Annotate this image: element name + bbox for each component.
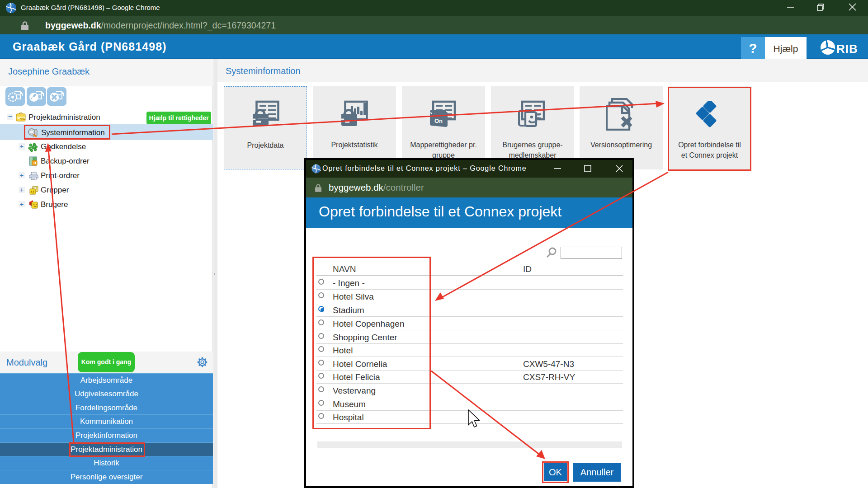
svg-text:On: On: [434, 117, 443, 124]
